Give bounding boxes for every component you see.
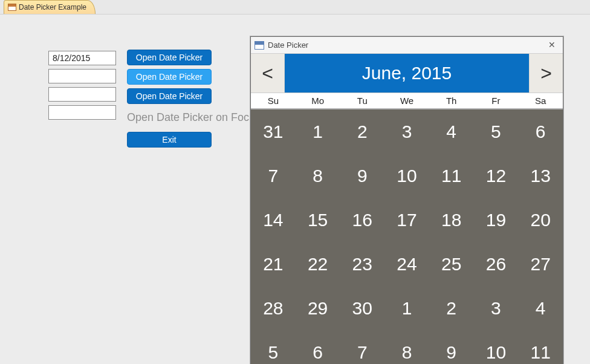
date-input-1[interactable] — [48, 51, 116, 65]
calendar-header: < June, 2015 > — [251, 54, 563, 93]
calendar-day[interactable]: 10 — [384, 154, 429, 198]
calendar-dow-row: Su Mo Tu We Th Fr Sa — [251, 93, 563, 109]
calendar-day[interactable]: 6 — [296, 330, 340, 364]
calendar-day[interactable]: 30 — [340, 286, 384, 330]
dow-tu: Tu — [340, 93, 384, 108]
calendar-day[interactable]: 31 — [251, 109, 296, 154]
calendar-day[interactable]: 13 — [518, 154, 563, 198]
calendar-day[interactable]: 8 — [384, 330, 429, 364]
calendar-day[interactable]: 12 — [474, 154, 519, 198]
tab-bar: Date Picker Example — [0, 0, 590, 15]
calendar-day[interactable]: 26 — [474, 242, 519, 286]
next-month-button[interactable]: > — [529, 54, 563, 93]
calendar-day[interactable]: 4 — [518, 286, 563, 330]
calendar-day[interactable]: 7 — [251, 154, 296, 198]
calendar-day[interactable]: 25 — [429, 242, 474, 286]
calendar-day[interactable]: 14 — [251, 198, 296, 242]
open-on-focus-label: Open Date Picker on Focus — [127, 111, 261, 124]
calendar-grid: 3112345678910111213141516171819202122232… — [251, 109, 563, 364]
calendar-day[interactable]: 22 — [296, 242, 340, 286]
calendar-day[interactable]: 18 — [429, 198, 474, 242]
calendar-day[interactable]: 6 — [518, 109, 563, 154]
calendar-day[interactable]: 29 — [296, 286, 340, 330]
close-icon[interactable]: ✕ — [546, 39, 558, 50]
calendar-day[interactable]: 10 — [474, 330, 519, 364]
dow-su: Su — [251, 93, 296, 108]
calendar-day[interactable]: 20 — [518, 198, 563, 242]
calendar-day[interactable]: 8 — [296, 154, 340, 198]
calendar-day[interactable]: 17 — [384, 198, 429, 242]
exit-button[interactable]: Exit — [127, 132, 212, 148]
open-date-picker-button-2[interactable]: Open Date Picker — [127, 69, 212, 85]
form-icon — [254, 41, 264, 50]
calendar-day[interactable]: 27 — [518, 242, 563, 286]
open-date-picker-button-3[interactable]: Open Date Picker — [127, 88, 212, 104]
calendar-day[interactable]: 3 — [474, 286, 519, 330]
date-picker-title: Date Picker — [268, 41, 308, 50]
calendar-day[interactable]: 21 — [251, 242, 296, 286]
dow-fr: Fr — [474, 93, 519, 108]
tab-title: Date Picker Example — [19, 3, 86, 11]
dow-mo: Mo — [296, 93, 340, 108]
date-picker-titlebar[interactable]: Date Picker ✕ — [251, 37, 563, 54]
tab-date-picker-example[interactable]: Date Picker Example — [4, 0, 96, 14]
calendar-day[interactable]: 2 — [340, 109, 384, 154]
date-picker-window: Date Picker ✕ < June, 2015 > Su Mo Tu We… — [250, 36, 563, 364]
calendar-day[interactable]: 11 — [518, 330, 563, 364]
calendar-day[interactable]: 15 — [296, 198, 340, 242]
open-date-picker-button-1[interactable]: Open Date Picker — [127, 50, 212, 65]
calendar-day[interactable]: 3 — [384, 109, 429, 154]
calendar-day[interactable]: 5 — [474, 109, 519, 154]
calendar-day[interactable]: 2 — [429, 286, 474, 330]
workspace: Open Date Picker Open Date Picker Open D… — [0, 15, 590, 364]
calendar-day[interactable]: 1 — [296, 109, 340, 154]
dow-sa: Sa — [518, 93, 563, 108]
calendar-day[interactable]: 4 — [429, 109, 474, 154]
dow-we: We — [384, 93, 429, 108]
calendar-day[interactable]: 1 — [384, 286, 429, 330]
calendar-day[interactable]: 9 — [340, 154, 384, 198]
calendar-day[interactable]: 7 — [340, 330, 384, 364]
calendar-day[interactable]: 5 — [251, 330, 296, 364]
prev-month-button[interactable]: < — [251, 54, 285, 93]
calendar-day[interactable]: 11 — [429, 154, 474, 198]
calendar-day[interactable]: 28 — [251, 286, 296, 330]
calendar-day[interactable]: 19 — [474, 198, 519, 242]
calendar-day[interactable]: 23 — [340, 242, 384, 286]
date-input-2[interactable] — [48, 69, 116, 83]
calendar-day[interactable]: 24 — [384, 242, 429, 286]
date-input-3[interactable] — [48, 87, 116, 102]
calendar-day[interactable]: 9 — [429, 330, 474, 364]
calendar-day[interactable]: 16 — [340, 198, 384, 242]
dow-th: Th — [429, 93, 474, 108]
date-input-4[interactable] — [48, 105, 116, 120]
form-icon — [8, 4, 16, 11]
month-year-label[interactable]: June, 2015 — [285, 54, 529, 93]
